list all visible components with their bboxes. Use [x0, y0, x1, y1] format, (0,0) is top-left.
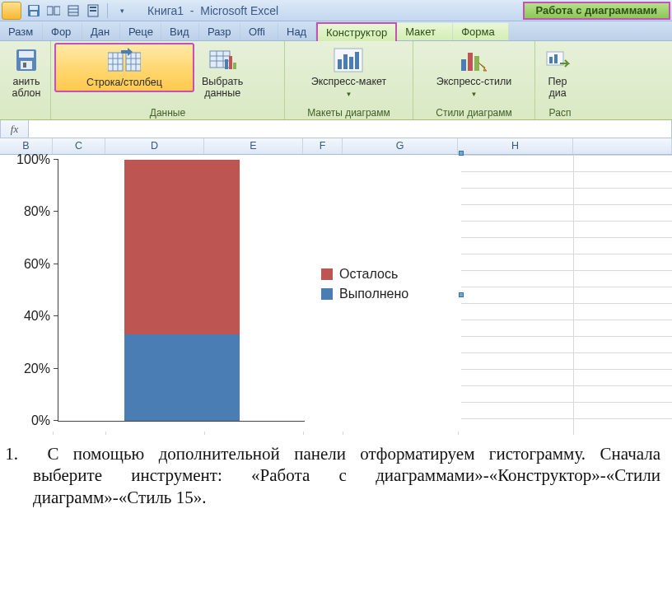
group-location: Пер диа Расп — [535, 41, 585, 119]
svg-rect-4 — [54, 7, 60, 15]
svg-rect-30 — [225, 59, 228, 69]
column-header[interactable] — [573, 138, 672, 154]
tab-page-layout[interactable]: Разм — [0, 23, 43, 40]
title-bar: ▾ Книга1 - Microsoft Excel Работа с диаг… — [0, 0, 672, 21]
worksheet-grid[interactable]: 0%20%40%60%80%100% Осталось Выполнено — [0, 155, 672, 435]
fx-icon[interactable]: fx — [1, 120, 29, 138]
express-layout-button[interactable]: Экспресс-макет ▼ — [307, 43, 391, 102]
legend-swatch — [321, 268, 333, 280]
svg-rect-38 — [461, 59, 466, 71]
tab-formulas[interactable]: Фор — [43, 23, 82, 40]
svg-rect-34 — [338, 59, 342, 69]
column-header[interactable]: D — [105, 138, 204, 154]
chevron-down-icon: ▼ — [471, 91, 478, 98]
svg-rect-1 — [30, 6, 38, 10]
chart-bar — [124, 160, 240, 421]
tab-format[interactable]: Форма — [453, 23, 509, 40]
svg-rect-12 — [19, 51, 34, 58]
instruction-paragraph: 1. С помощью дополнительной панели отфор… — [0, 435, 672, 525]
customize-qat-icon[interactable]: ▾ — [113, 2, 131, 19]
tab-view[interactable]: Вид — [161, 23, 199, 40]
y-axis-tick-label: 60% — [24, 257, 50, 272]
group-data: Строка/столбец Выбрать данные Данные — [51, 41, 285, 119]
chart-legend: Осталось Выполнено — [321, 262, 408, 306]
save-icon[interactable] — [25, 2, 43, 19]
save-as-template-button[interactable]: анить аблон — [3, 43, 49, 102]
move-chart-icon — [545, 45, 570, 75]
tab-office[interactable]: Offi — [240, 23, 278, 40]
column-header[interactable]: F — [303, 138, 343, 154]
express-styles-button[interactable]: Экспресс-стили ▼ — [432, 43, 516, 102]
switch-row-column-button[interactable]: Строка/столбец — [54, 43, 194, 92]
tab-review[interactable]: Реце — [120, 23, 161, 40]
svg-rect-10 — [90, 10, 96, 12]
contextual-tab-title: Работа с диаграммами — [523, 2, 670, 20]
group-label-location: Расп — [539, 106, 581, 119]
quick-print-icon[interactable] — [84, 2, 102, 19]
svg-rect-32 — [233, 63, 236, 69]
formula-input[interactable] — [29, 120, 671, 138]
group-label-data: Данные — [54, 106, 281, 119]
group-chart-layouts: Экспресс-макет ▼ Макеты диаграмм — [285, 41, 413, 119]
column-header[interactable]: G — [343, 138, 458, 154]
express-layout-icon — [334, 45, 363, 75]
y-axis-tick-label: 0% — [31, 413, 50, 428]
svg-rect-36 — [349, 57, 353, 69]
workbook-name: Книга1 — [147, 4, 184, 17]
tab-addins[interactable]: Над — [278, 23, 316, 40]
app-name: Microsoft Excel — [200, 4, 278, 17]
instruction-text: С помощью дополнительной панели отформат… — [33, 444, 660, 507]
tab-data[interactable]: Дан — [82, 23, 120, 40]
select-data-icon — [208, 45, 236, 75]
tab-developer[interactable]: Разр — [199, 23, 240, 40]
chart-selection-handles[interactable] — [459, 153, 464, 432]
y-axis-tick-label: 80% — [24, 204, 50, 219]
legend-item-осталось: Осталось — [321, 267, 408, 282]
quick-access-toolbar: ▾ — [2, 2, 131, 20]
print-preview-icon[interactable] — [64, 2, 82, 19]
select-data-button[interactable]: Выбрать данные — [198, 43, 247, 102]
svg-rect-43 — [554, 54, 558, 63]
y-axis-tick-label: 100% — [16, 152, 50, 167]
group-label-layouts: Макеты диаграмм — [288, 106, 409, 119]
svg-rect-37 — [355, 52, 359, 69]
chevron-down-icon: ▼ — [346, 91, 352, 98]
svg-rect-42 — [549, 57, 553, 63]
ribbon: анить аблон — [0, 41, 672, 120]
legend-label: Осталось — [339, 267, 398, 282]
svg-rect-3 — [47, 7, 53, 15]
legend-label: Выполнено — [339, 287, 408, 301]
move-chart-button[interactable]: Пер диа — [539, 43, 576, 102]
y-axis-tick-label: 20% — [24, 362, 50, 376]
formula-bar: fx — [0, 120, 672, 138]
svg-rect-35 — [343, 54, 348, 69]
column-header[interactable]: C — [53, 138, 105, 154]
list-number: 1. — [0, 443, 33, 464]
group-chart-styles: Экспресс-стили ▼ Стили диаграмм — [413, 41, 535, 119]
svg-rect-39 — [468, 53, 473, 71]
svg-rect-15 — [108, 53, 123, 71]
save-template-icon — [15, 45, 38, 75]
column-headers: BCDEFGH — [0, 138, 672, 155]
y-axis-tick-label: 40% — [24, 309, 50, 324]
bar-segment-выполнено — [124, 334, 240, 421]
office-button[interactable] — [2, 2, 21, 20]
resize-handle[interactable] — [459, 151, 464, 156]
svg-rect-5 — [68, 6, 78, 16]
tab-layout[interactable]: Макет — [397, 23, 453, 40]
chart-plot-area: 0%20%40%60%80%100% — [58, 160, 305, 422]
svg-rect-31 — [229, 56, 232, 69]
new-icon[interactable] — [44, 2, 63, 19]
bar-segment-осталось — [124, 160, 240, 334]
qat-separator — [107, 3, 108, 18]
chart-object[interactable]: 0%20%40%60%80%100% Осталось Выполнено — [0, 155, 461, 432]
express-styles-icon — [459, 45, 488, 75]
ribbon-tabs: Разм Фор Дан Реце Вид Разр Offi Над Конс… — [0, 21, 672, 41]
tab-design[interactable]: Конструктор — [316, 22, 397, 41]
column-header[interactable]: E — [204, 138, 303, 154]
resize-handle[interactable] — [459, 292, 464, 297]
column-header[interactable]: H — [458, 138, 573, 154]
svg-rect-40 — [474, 56, 479, 71]
group-templates: анить аблон — [0, 41, 51, 119]
legend-item-выполнено: Выполнено — [321, 287, 408, 301]
